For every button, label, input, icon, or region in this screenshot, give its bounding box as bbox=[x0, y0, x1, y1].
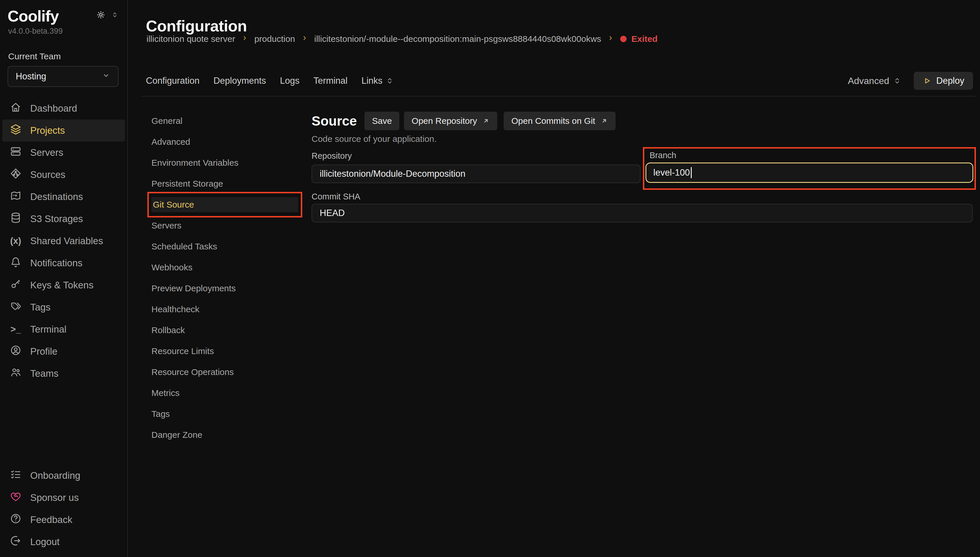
sidebar-item-tags[interactable]: Tags bbox=[2, 296, 125, 318]
users-icon bbox=[10, 366, 21, 381]
subnav-item-webhooks[interactable]: Webhooks bbox=[128, 257, 305, 278]
arrow-up-right-icon bbox=[600, 117, 608, 125]
breadcrumb: illicitonion quote server production ill… bbox=[146, 33, 657, 45]
subnav-item-resource-operations[interactable]: Resource Operations bbox=[128, 362, 305, 383]
sidebar-nav: Dashboard Projects Servers Sources Desti… bbox=[0, 98, 127, 384]
sidebar-item-shared-variables[interactable]: (x) Shared Variables bbox=[2, 230, 125, 252]
open-commits-button[interactable]: Open Commits on Git bbox=[504, 112, 615, 130]
subnav-item-healthcheck[interactable]: Healthcheck bbox=[128, 299, 305, 320]
tab-deployments[interactable]: Deployments bbox=[213, 76, 266, 86]
logout-icon bbox=[10, 535, 21, 549]
terminal-icon: >_ bbox=[10, 324, 21, 335]
app-logo: Coolify bbox=[8, 8, 59, 24]
sidebar-item-notifications[interactable]: Notifications bbox=[2, 252, 125, 274]
theme-sun-icon[interactable] bbox=[96, 10, 105, 20]
tab-terminal[interactable]: Terminal bbox=[314, 76, 348, 86]
annotation-box-git-source: Git Source bbox=[147, 192, 302, 217]
breadcrumb-resource[interactable]: illicitestonion/-module--decomposition:m… bbox=[314, 34, 601, 44]
theme-selector-chevrons-icon[interactable] bbox=[111, 11, 119, 20]
subnav-item-tags[interactable]: Tags bbox=[128, 404, 305, 424]
bell-icon bbox=[10, 256, 21, 270]
chevron-right-icon bbox=[607, 34, 614, 44]
breadcrumb-environment[interactable]: production bbox=[254, 34, 295, 44]
repository-label: Repository bbox=[312, 151, 640, 161]
subnav-item-resource-limits[interactable]: Resource Limits bbox=[128, 341, 305, 362]
subnav-item-advanced[interactable]: Advanced bbox=[128, 131, 305, 152]
sidebar-item-keys-tokens[interactable]: Keys & Tokens bbox=[2, 274, 125, 296]
map-icon bbox=[10, 190, 21, 204]
subnav-item-environment-variables[interactable]: Environment Variables bbox=[128, 152, 305, 173]
sidebar-item-logout[interactable]: Logout bbox=[2, 531, 125, 553]
git-source-icon bbox=[10, 168, 21, 182]
subnav-item-general[interactable]: General bbox=[128, 111, 305, 131]
subnav-item-metrics[interactable]: Metrics bbox=[128, 383, 305, 404]
tab-links[interactable]: Links bbox=[362, 76, 394, 86]
branch-input[interactable]: level-100 bbox=[645, 163, 973, 183]
sidebar-footer: Onboarding Sponsor us Feedback Logout bbox=[0, 464, 127, 553]
status-label: Exited bbox=[631, 34, 657, 44]
layers-icon bbox=[10, 124, 21, 137]
chevron-right-icon bbox=[301, 34, 308, 44]
sidebar-item-terminal[interactable]: >_ Terminal bbox=[2, 318, 125, 340]
help-circle-icon bbox=[10, 513, 21, 527]
advanced-dropdown[interactable]: Advanced bbox=[848, 76, 901, 86]
breadcrumb-project[interactable]: illicitonion quote server bbox=[146, 34, 235, 44]
text-cursor bbox=[691, 167, 692, 178]
arrow-up-right-icon bbox=[482, 117, 490, 125]
logo-row: Coolify bbox=[0, 0, 127, 24]
checklist-icon bbox=[10, 469, 21, 482]
team-select-value: Hosting bbox=[16, 71, 46, 82]
chevron-down-icon bbox=[102, 71, 111, 82]
sidebar: Coolify v4.0.0-beta.399 Current Team Hos… bbox=[0, 0, 128, 557]
server-icon bbox=[10, 146, 21, 160]
page-title: Configuration bbox=[146, 17, 247, 35]
sidebar-item-dashboard[interactable]: Dashboard bbox=[2, 98, 125, 119]
sidebar-item-s3-storages[interactable]: S3 Storages bbox=[2, 208, 125, 230]
app-version: v4.0.0-beta.399 bbox=[0, 24, 127, 36]
tags-icon bbox=[10, 300, 21, 314]
tab-logs[interactable]: Logs bbox=[280, 76, 299, 86]
sidebar-item-sponsor-us[interactable]: Sponsor us bbox=[2, 487, 125, 509]
commit-sha-input[interactable]: HEAD bbox=[312, 204, 973, 222]
status-badge: Exited bbox=[620, 34, 657, 44]
subnav-item-danger-zone[interactable]: Danger Zone bbox=[128, 424, 305, 445]
commit-sha-field-group: Commit SHA HEAD bbox=[312, 192, 973, 222]
source-description: Code source of your application. bbox=[312, 134, 973, 144]
team-select[interactable]: Hosting bbox=[8, 66, 119, 87]
chevrons-up-down-icon bbox=[385, 77, 394, 85]
branch-label: Branch bbox=[650, 150, 973, 160]
user-circle-icon bbox=[10, 345, 21, 358]
current-team-label: Current Team bbox=[8, 52, 127, 61]
play-icon bbox=[923, 77, 931, 85]
variables-icon: (x) bbox=[10, 236, 21, 246]
status-dot-icon bbox=[620, 36, 627, 42]
sidebar-item-onboarding[interactable]: Onboarding bbox=[2, 464, 125, 487]
subnav-item-servers[interactable]: Servers bbox=[128, 215, 305, 236]
sidebar-item-servers[interactable]: Servers bbox=[2, 142, 125, 164]
database-icon bbox=[10, 212, 21, 226]
heart-hands-icon bbox=[10, 491, 21, 505]
tab-configuration[interactable]: Configuration bbox=[146, 76, 199, 86]
repository-field-group: Repository illicitestonion/Module-Decomp… bbox=[312, 147, 640, 190]
save-button[interactable]: Save bbox=[364, 112, 399, 130]
sidebar-item-feedback[interactable]: Feedback bbox=[2, 509, 125, 531]
deploy-button[interactable]: Deploy bbox=[914, 72, 973, 90]
tabs: Configuration Deployments Logs Terminal … bbox=[146, 72, 394, 90]
chevron-right-icon bbox=[241, 34, 249, 44]
subnav-item-git-source[interactable]: Git Source bbox=[151, 197, 298, 212]
key-icon bbox=[10, 278, 21, 292]
annotation-box-branch: Branch level-100 bbox=[643, 147, 976, 190]
open-repository-button[interactable]: Open Repository bbox=[404, 112, 497, 130]
subnav-item-rollback[interactable]: Rollback bbox=[128, 320, 305, 341]
subnav-item-preview-deployments[interactable]: Preview Deployments bbox=[128, 278, 305, 299]
sidebar-item-projects[interactable]: Projects bbox=[2, 119, 125, 142]
sidebar-item-sources[interactable]: Sources bbox=[2, 164, 125, 186]
sidebar-item-destinations[interactable]: Destinations bbox=[2, 186, 125, 208]
repository-input[interactable]: illicitestonion/Module-Decomposition bbox=[312, 164, 640, 183]
subnav-item-persistent-storage[interactable]: Persistent Storage bbox=[128, 173, 305, 194]
header-actions: Advanced Deploy bbox=[848, 72, 973, 90]
subnav-item-scheduled-tasks[interactable]: Scheduled Tasks bbox=[128, 236, 305, 257]
home-icon bbox=[10, 101, 21, 116]
sidebar-item-teams[interactable]: Teams bbox=[2, 363, 125, 384]
sidebar-item-profile[interactable]: Profile bbox=[2, 340, 125, 363]
